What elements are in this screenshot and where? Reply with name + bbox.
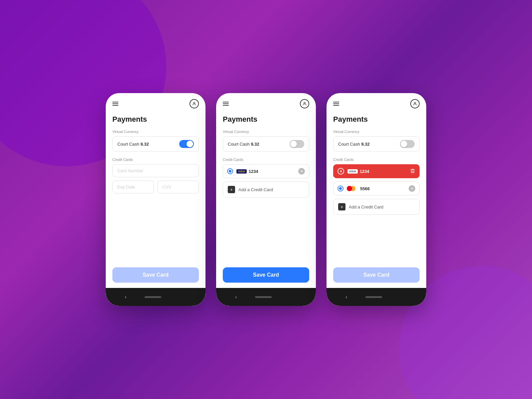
spacer: [333, 215, 420, 264]
add-card-row[interactable]: + Add a Credit Card: [333, 199, 420, 215]
virtual-currency-label: Virtual Currency: [333, 130, 420, 134]
toggle-switch[interactable]: [290, 140, 304, 148]
virtual-currency-row: Court Cash 9.32: [223, 136, 309, 152]
hamburger-line-1: [112, 102, 118, 102]
phone-2-content: Payments Virtual Currency Court Cash 9.3…: [216, 112, 316, 288]
add-card-text: Add a Credit Card: [349, 204, 383, 209]
phone-2-header: [216, 93, 316, 112]
exp-cvv-row: Exp Date CVV: [112, 181, 199, 194]
hamburger-line-1: [223, 102, 229, 102]
visa-badge: VISA 1234: [236, 169, 258, 174]
remove-card-button[interactable]: ✕: [298, 168, 305, 175]
user-avatar-icon[interactable]: [300, 99, 309, 108]
save-card-button[interactable]: Save Card: [333, 267, 420, 283]
visa-logo: VISA: [236, 169, 247, 174]
visa-card-row-selected[interactable]: ✕ VISA 1234: [333, 164, 420, 178]
visa-badge: VISA 1234: [347, 169, 369, 174]
trash-icon[interactable]: [410, 168, 415, 175]
mastercard-row[interactable]: 5566 ✕: [333, 182, 420, 196]
currency-label: Court Cash 9.32: [338, 142, 370, 147]
spacer: [112, 197, 199, 264]
user-avatar-icon[interactable]: [410, 99, 420, 108]
selected-delete-btn[interactable]: ✕: [337, 168, 344, 175]
phone-2-bottom-bar: ‹: [216, 288, 316, 306]
hamburger-line-3: [333, 105, 339, 106]
save-card-button[interactable]: Save Card: [223, 267, 309, 283]
card-last4: 1234: [249, 169, 258, 174]
phone-3-content: Payments Virtual Currency Court Cash 9.3…: [327, 112, 426, 288]
hamburger-line-2: [112, 103, 118, 104]
add-card-text: Add a Credit Card: [238, 187, 273, 192]
toggle-knob: [187, 141, 193, 147]
visa-card-row[interactable]: VISA 1234 ✕: [223, 164, 309, 178]
radio-selected[interactable]: [227, 168, 233, 174]
toggle-switch[interactable]: [179, 140, 194, 148]
virtual-currency-row: Court Cash 9.32: [333, 136, 420, 152]
toggle-knob: [290, 141, 297, 147]
toggle-switch[interactable]: [400, 140, 415, 148]
credit-cards-label: Credit Cards: [333, 158, 420, 162]
back-button[interactable]: ‹: [346, 294, 347, 300]
page-title: Payments: [112, 115, 199, 124]
add-icon: +: [228, 186, 235, 193]
credit-cards-label: Credit Cards: [223, 158, 309, 162]
radio-unselected[interactable]: [337, 186, 343, 192]
phone-2-screen: Payments Virtual Currency Court Cash 9.3…: [216, 93, 316, 288]
add-icon: +: [338, 203, 345, 210]
menu-icon[interactable]: [223, 102, 229, 106]
phone-1-header: [106, 93, 205, 112]
mc-left: [347, 186, 352, 191]
add-card-row[interactable]: + Add a Credit Card: [223, 182, 309, 198]
virtual-currency-row: Court Cash 9.32: [112, 136, 199, 152]
credit-cards-label: Credit Cards: [112, 158, 199, 162]
visa-logo-white: VISA: [347, 169, 358, 174]
mastercard-icon: [347, 186, 355, 191]
back-button[interactable]: ‹: [235, 294, 237, 300]
hamburger-line-2: [333, 103, 339, 104]
user-avatar-icon[interactable]: [190, 99, 199, 108]
menu-icon[interactable]: [112, 102, 118, 106]
radio-inner: [339, 187, 342, 190]
home-indicator[interactable]: [145, 296, 161, 298]
card-last4: 1234: [360, 169, 369, 174]
currency-label: Court Cash 9.32: [117, 142, 149, 147]
back-button[interactable]: ‹: [125, 294, 127, 300]
card-number-field[interactable]: Card Number: [112, 164, 199, 177]
radio-inner: [229, 170, 231, 173]
virtual-currency-label: Virtual Currency: [112, 130, 199, 134]
currency-label: Court Cash 9.32: [228, 142, 259, 147]
phone-3-bottom-bar: ‹: [327, 288, 426, 306]
phones-container: Payments Virtual Currency Court Cash 9.3…: [106, 93, 426, 306]
svg-point-1: [304, 102, 306, 104]
exp-date-field[interactable]: Exp Date: [112, 181, 154, 194]
phone-1-content: Payments Virtual Currency Court Cash 9.3…: [106, 112, 205, 288]
hamburger-line-3: [223, 105, 229, 106]
card-last4: 5566: [360, 186, 370, 191]
phone-1-bottom-bar: ‹: [106, 288, 205, 306]
hamburger-line-2: [223, 103, 229, 104]
phone-1-screen: Payments Virtual Currency Court Cash 9.3…: [106, 93, 205, 288]
phone-1: Payments Virtual Currency Court Cash 9.3…: [106, 93, 205, 306]
phone-3-screen: Payments Virtual Currency Court Cash 9.3…: [327, 93, 426, 288]
spacer: [223, 198, 309, 264]
home-indicator[interactable]: [255, 296, 272, 298]
phone-3-header: [327, 93, 426, 112]
toggle-knob: [401, 141, 407, 147]
hamburger-line-1: [333, 102, 339, 102]
svg-point-0: [194, 102, 195, 104]
remove-card-button[interactable]: ✕: [409, 185, 415, 192]
cvv-field[interactable]: CVV: [157, 181, 199, 194]
phone-3: Payments Virtual Currency Court Cash 9.3…: [327, 93, 426, 306]
phone-2: Payments Virtual Currency Court Cash 9.3…: [216, 93, 316, 306]
page-title: Payments: [333, 115, 420, 124]
svg-point-2: [414, 102, 416, 104]
virtual-currency-label: Virtual Currency: [223, 130, 309, 134]
hamburger-line-3: [112, 105, 118, 106]
save-card-button[interactable]: Save Card: [112, 267, 199, 283]
menu-icon[interactable]: [333, 102, 339, 106]
home-indicator[interactable]: [365, 296, 382, 298]
page-title: Payments: [223, 115, 309, 124]
